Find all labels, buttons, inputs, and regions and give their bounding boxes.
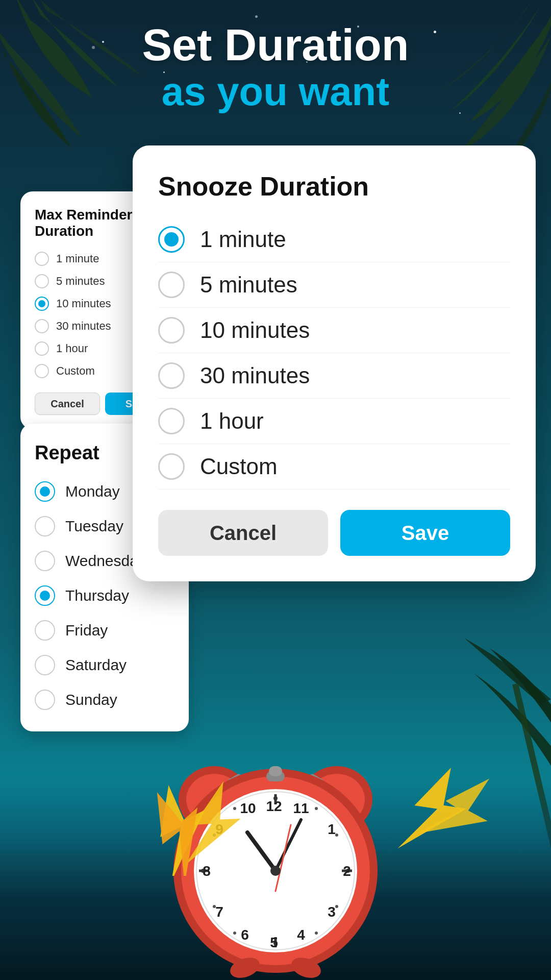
max-radio-1min — [35, 252, 49, 266]
repeat-label-tuesday: Tuesday — [65, 518, 123, 535]
repeat-radio-tuesday — [35, 516, 55, 536]
repeat-radio-sunday — [35, 690, 55, 710]
repeat-thursday[interactable]: Thursday — [35, 578, 174, 613]
svg-marker-5 — [417, 764, 500, 863]
svg-rect-51 — [269, 766, 282, 776]
snooze-radio-1hour — [158, 408, 185, 434]
max-label-30min: 30 minutes — [56, 320, 111, 333]
max-radio-custom — [35, 364, 49, 378]
snooze-label-1min: 1 minute — [200, 227, 286, 252]
repeat-label-sunday: Sunday — [65, 691, 117, 708]
snooze-option-30min[interactable]: 30 minutes — [158, 353, 510, 399]
snooze-option-custom[interactable]: Custom — [158, 444, 510, 489]
repeat-radio-wednesday — [35, 551, 55, 571]
snooze-dialog: Snooze Duration 1 minute 5 minutes 10 mi… — [133, 145, 536, 581]
svg-text:7: 7 — [215, 904, 223, 920]
svg-text:3: 3 — [328, 904, 336, 920]
repeat-saturday[interactable]: Saturday — [35, 648, 174, 682]
snooze-radio-1min — [158, 226, 185, 253]
snooze-option-5min[interactable]: 5 minutes — [158, 262, 510, 308]
repeat-radio-monday — [35, 481, 55, 502]
snooze-option-10min[interactable]: 10 minutes — [158, 308, 510, 353]
svg-point-31 — [315, 932, 318, 935]
max-cancel-button[interactable]: Cancel — [35, 393, 100, 415]
max-radio-5min — [35, 274, 49, 288]
page-title: Set Duration — [0, 20, 551, 70]
snooze-option-1min[interactable]: 1 minute — [158, 217, 510, 262]
svg-text:1: 1 — [328, 821, 336, 837]
svg-point-27 — [335, 834, 338, 837]
svg-text:12: 12 — [266, 798, 282, 814]
max-radio-1hour — [35, 341, 49, 356]
repeat-radio-thursday — [35, 585, 55, 606]
repeat-label-thursday: Thursday — [65, 587, 129, 604]
lightning-left — [143, 774, 245, 878]
repeat-sunday[interactable]: Sunday — [35, 682, 174, 717]
repeat-label-monday: Monday — [65, 483, 120, 500]
svg-text:2: 2 — [343, 863, 351, 879]
snooze-label-5min: 5 minutes — [200, 272, 297, 298]
max-radio-30min — [35, 319, 49, 333]
snooze-dialog-buttons: Cancel Save — [158, 510, 510, 556]
snooze-label-1hour: 1 hour — [200, 408, 264, 434]
repeat-label-saturday: Saturday — [65, 656, 127, 674]
snooze-label-10min: 10 minutes — [200, 317, 310, 343]
svg-point-25 — [315, 807, 318, 810]
repeat-radio-friday — [35, 620, 55, 641]
svg-text:5: 5 — [270, 935, 278, 950]
svg-point-47 — [270, 866, 281, 876]
page-subtitle: as you want — [0, 70, 551, 114]
snooze-cancel-button[interactable]: Cancel — [158, 510, 328, 556]
lightning-right — [398, 764, 500, 868]
snooze-radio-30min — [158, 362, 185, 389]
snooze-radio-5min — [158, 272, 185, 298]
max-label-5min: 5 minutes — [56, 275, 105, 288]
snooze-label-30min: 30 minutes — [200, 363, 310, 388]
svg-point-29 — [335, 905, 338, 908]
snooze-save-button[interactable]: Save — [340, 510, 510, 556]
repeat-friday[interactable]: Friday — [35, 613, 174, 648]
max-label-custom: Custom — [56, 364, 95, 378]
max-label-1min: 1 minute — [56, 252, 99, 265]
snooze-label-custom: Custom — [200, 454, 278, 479]
snooze-option-1hour[interactable]: 1 hour — [158, 399, 510, 444]
repeat-label-friday: Friday — [65, 622, 108, 639]
repeat-radio-saturday — [35, 655, 55, 675]
max-radio-10min — [35, 297, 49, 311]
svg-text:11: 11 — [293, 800, 309, 816]
header: Set Duration as you want — [0, 20, 551, 114]
max-label-1hour: 1 hour — [56, 342, 88, 355]
svg-text:4: 4 — [297, 927, 305, 943]
svg-point-30 — [233, 932, 236, 935]
snooze-dialog-title: Snooze Duration — [158, 171, 510, 202]
max-label-10min: 10 minutes — [56, 297, 111, 310]
snooze-radio-10min — [158, 317, 185, 344]
snooze-radio-custom — [158, 453, 185, 480]
svg-text:6: 6 — [241, 927, 249, 943]
